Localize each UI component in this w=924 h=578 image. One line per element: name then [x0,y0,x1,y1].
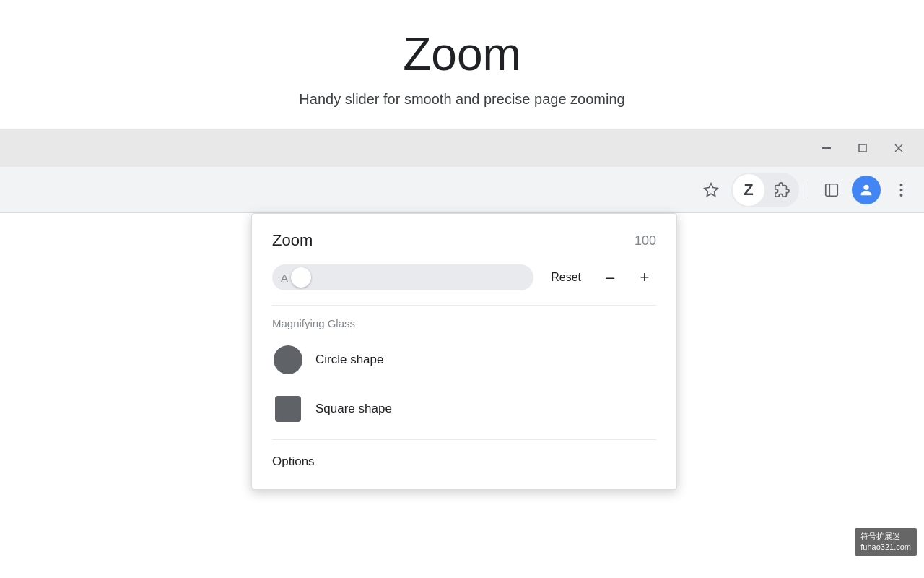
slider-thumb[interactable] [291,267,311,288]
extensions-button[interactable] [766,174,798,206]
circle-shape-option[interactable]: Circle shape [272,341,656,379]
popup-title: Zoom [272,231,313,250]
toolbar-divider [808,181,808,199]
zoom-extension-button[interactable]: Z [733,174,764,206]
svg-point-7 [899,184,902,186]
square-icon [275,396,301,422]
maximize-button[interactable] [846,129,879,167]
circle-shape-icon-container [272,344,304,376]
svg-point-9 [899,194,902,197]
more-options-button[interactable] [886,176,915,204]
bookmark-button[interactable] [697,176,725,204]
browser-toolbar: Z [0,167,924,213]
window-chrome [0,129,924,167]
zoom-slider[interactable]: A [272,264,533,290]
circle-icon [274,345,302,374]
divider-1 [272,305,656,306]
watermark-line1: 符号扩展迷 [860,531,911,542]
watermark-line2: fuhao321.com [860,542,911,553]
options-link[interactable]: Options [272,452,656,472]
magnifying-glass-section-title: Magnifying Glass [272,317,656,329]
zoom-plus-button[interactable]: + [633,266,656,289]
popup-header: Zoom 100 [272,231,656,250]
slider-label: A [281,272,288,284]
divider-2 [272,439,656,440]
square-shape-option[interactable]: Square shape [272,390,656,428]
extension-group: Z [731,173,799,207]
zoom-value-display: 100 [635,233,656,249]
main-area: Zoom 100 A Reset – + Magnifying Glass Ci… [0,213,924,563]
reset-button[interactable]: Reset [545,268,587,287]
svg-rect-5 [826,184,838,197]
square-shape-label: Square shape [315,402,392,416]
svg-point-8 [899,189,902,191]
circle-shape-label: Circle shape [315,353,384,367]
page-title: Zoom [14,29,910,79]
svg-rect-0 [822,147,831,149]
square-shape-icon-container [272,393,304,425]
svg-rect-1 [859,144,866,152]
zoom-minus-button[interactable]: – [598,266,622,289]
minimize-button[interactable] [810,129,843,167]
watermark: 符号扩展迷 fuhao321.com [855,528,917,556]
page-subtitle: Handy slider for smooth and precise page… [14,91,910,108]
zoom-controls: A Reset – + [272,264,656,290]
close-button[interactable] [882,129,915,167]
header-section: Zoom Handy slider for smooth and precise… [0,0,924,129]
svg-marker-4 [705,184,718,196]
popup-panel: Zoom 100 A Reset – + Magnifying Glass Ci… [251,213,677,490]
sidebar-button[interactable] [817,176,846,204]
avatar-button[interactable] [852,176,881,204]
